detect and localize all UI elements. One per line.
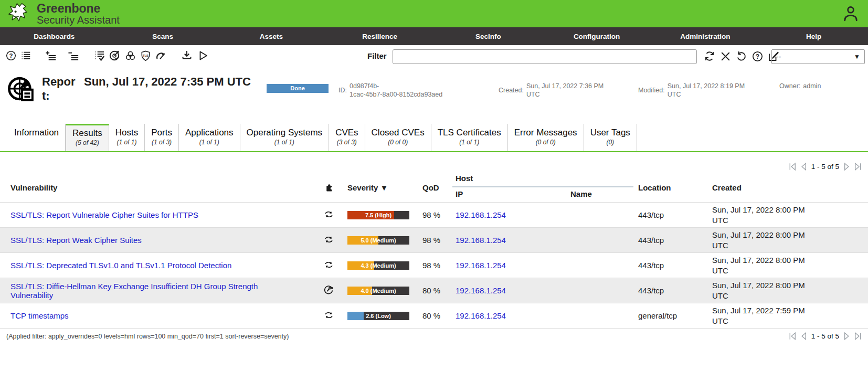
column-header-location[interactable]: Location	[638, 183, 671, 192]
column-header-vulnerability[interactable]: Vulnerability	[10, 183, 57, 192]
scan-report-icon[interactable]	[109, 49, 121, 62]
vulnerability-link[interactable]: TCP timestamps	[10, 311, 69, 320]
report-entity-label: Report:	[42, 75, 79, 103]
created-value: Sun, Jul 17, 2022 8:00 PM UTC	[708, 230, 814, 251]
report-owner-label: Owner:	[779, 82, 800, 90]
severity-bar: 4.0 (Medium)	[347, 287, 409, 295]
nav-scans[interactable]: Scans	[109, 27, 217, 45]
filter-input[interactable]	[393, 49, 697, 64]
tab-ports[interactable]: Ports (1 of 3)	[145, 124, 179, 151]
table-footer: (Applied filter: apply_overrides=0 level…	[0, 329, 868, 344]
previous-page-button[interactable]	[799, 331, 809, 341]
host-ip-link[interactable]: 192.168.1.254	[456, 286, 506, 295]
tab-tls-certificates[interactable]: TLS Certificates (1 of 1)	[431, 124, 508, 151]
report-header: Report: Sun, Jul 17, 2022 7:35 PM UTC Do…	[0, 68, 868, 121]
location-value: 443/tcp	[634, 210, 708, 219]
table-row: SSL/TLS: Diffie-Hellman Key Exchange Ins…	[0, 278, 868, 303]
tab-user-tags[interactable]: User Tags (0)	[584, 124, 637, 151]
tls-certificates-icon[interactable]: TLS	[140, 50, 152, 62]
vulnerabilities-icon[interactable]	[124, 50, 136, 62]
vulnerability-link[interactable]: SSL/TLS: Report Weak Cipher Suites	[10, 236, 142, 245]
report-title: Sun, Jul 17, 2022 7:35 PM UTC	[84, 75, 261, 89]
last-page-button[interactable]	[853, 162, 863, 172]
remove-from-assets-icon[interactable]	[68, 50, 80, 62]
severity-bar-fill	[347, 312, 364, 320]
report-id: ID: 0d987f4b- 1cac-45b7-8a00-8152cda93ae…	[338, 82, 442, 99]
results-list-icon[interactable]	[20, 50, 31, 61]
host-ip-link[interactable]: 192.168.1.254	[456, 261, 506, 270]
column-header-ip[interactable]: IP	[456, 189, 463, 198]
svg-text:TLS: TLS	[143, 54, 149, 57]
report-modified-value: Sun, Jul 17, 2022 8:19 PM UTC	[668, 82, 749, 99]
nav-resilience[interactable]: Resilience	[325, 27, 434, 45]
column-header-qod[interactable]: QoD	[422, 183, 439, 192]
column-header-created[interactable]: Created	[712, 183, 742, 192]
report-modified-label: Modified:	[638, 86, 665, 94]
filter-help-icon[interactable]: ?	[751, 50, 764, 62]
severity-value: 5.0 (Medium)	[361, 237, 396, 244]
vulnerability-link[interactable]: SSL/TLS: Deprecated TLSv1.0 and TLSv1.1 …	[10, 261, 231, 270]
update-filter-icon[interactable]	[703, 50, 716, 62]
report-toolbar: ?	[0, 45, 868, 68]
nav-assets[interactable]: Assets	[217, 27, 326, 45]
tab-results[interactable]: Results (5 of 42)	[66, 124, 109, 151]
app-header: Greenbone Security Assistant	[0, 0, 868, 27]
vulnerability-link[interactable]: SSL/TLS: Diffie-Hellman Key Exchange Ins…	[10, 282, 258, 300]
last-page-button[interactable]	[853, 331, 863, 341]
trigger-alert-icon[interactable]	[196, 49, 209, 62]
report-id-value-line1: 0d987f4b-	[350, 82, 442, 90]
severity-bar: 2.6 (Low)	[347, 312, 409, 320]
host-ip-link[interactable]: 192.168.1.254	[456, 236, 506, 245]
qod-value: 98 %	[418, 210, 452, 219]
nav-administration[interactable]: Administration	[651, 27, 760, 45]
nav-dashboards[interactable]: Dashboards	[0, 27, 109, 45]
previous-page-button[interactable]	[799, 162, 809, 172]
help-icon[interactable]: ?	[5, 50, 17, 61]
next-page-button[interactable]	[842, 162, 852, 172]
severity-bar: 4.3 (Medium)	[347, 261, 409, 270]
applied-filter-text: (Applied filter: apply_overrides=0 level…	[6, 333, 289, 340]
report-created-value: Sun, Jul 17, 2022 7:36 PM UTC	[526, 82, 608, 99]
report-results-icon[interactable]	[93, 50, 105, 62]
add-to-assets-icon[interactable]	[45, 50, 57, 62]
report-modified: Modified: Sun, Jul 17, 2022 8:19 PM UTC	[638, 82, 749, 99]
tab-error-messages[interactable]: Error Messages (0 of 0)	[508, 124, 584, 151]
report-owner: Owner: admin	[779, 82, 821, 90]
delete-filter-icon[interactable]	[719, 50, 732, 62]
pagination-label: 1 - 5 of 5	[810, 332, 841, 340]
performance-icon[interactable]	[155, 50, 167, 62]
created-value: Sun, Jul 17, 2022 8:00 PM UTC	[708, 255, 814, 276]
nav-configuration[interactable]: Configuration	[543, 27, 651, 45]
table-row: TCP timestamps 2.6 (Low) 80 % 192.168.1.…	[0, 303, 868, 329]
vulnerability-link[interactable]: SSL/TLS: Report Vulnerable Cipher Suites…	[10, 210, 198, 219]
tab-operating-systems[interactable]: Operating Systems (1 of 1)	[240, 124, 330, 151]
severity-value: 4.0 (Medium)	[361, 288, 396, 294]
nav-secinfo[interactable]: SecInfo	[434, 27, 543, 45]
results-table-header: Vulnerability Severity ▼ QoD Host IP Nam…	[0, 172, 868, 203]
nav-help[interactable]: Help	[759, 27, 868, 45]
user-menu-icon[interactable]	[841, 3, 861, 24]
severity-bar: 7.5 (High)	[347, 211, 409, 219]
download-report-icon[interactable]	[181, 49, 193, 62]
report-icon	[6, 73, 37, 104]
solution-type-icon[interactable]	[324, 182, 335, 193]
column-header-severity[interactable]: Severity ▼	[347, 183, 388, 192]
host-ip-link[interactable]: 192.168.1.254	[456, 311, 506, 320]
next-page-button[interactable]	[842, 331, 852, 341]
tab-hosts[interactable]: Hosts (1 of 1)	[109, 124, 145, 151]
saved-filter-value: --	[776, 52, 781, 61]
report-id-label: ID:	[338, 86, 347, 94]
severity-bar: 5.0 (Medium)	[347, 236, 409, 245]
saved-filter-select[interactable]: -- ▼	[771, 49, 865, 64]
report-owner-value: admin	[803, 82, 821, 90]
host-ip-link[interactable]: 192.168.1.254	[456, 210, 506, 219]
first-page-button[interactable]	[788, 162, 798, 172]
tab-closed-cves[interactable]: Closed CVEs (0 of 0)	[365, 124, 431, 151]
first-page-button[interactable]	[788, 331, 798, 341]
tab-cves[interactable]: CVEs (3 of 3)	[329, 124, 365, 151]
tab-information[interactable]: Information	[8, 124, 66, 151]
solution-mitigation-icon	[323, 209, 334, 220]
column-header-name[interactable]: Name	[570, 189, 592, 198]
tab-applications[interactable]: Applications (1 of 1)	[179, 124, 240, 151]
reset-filter-icon[interactable]	[735, 50, 748, 62]
